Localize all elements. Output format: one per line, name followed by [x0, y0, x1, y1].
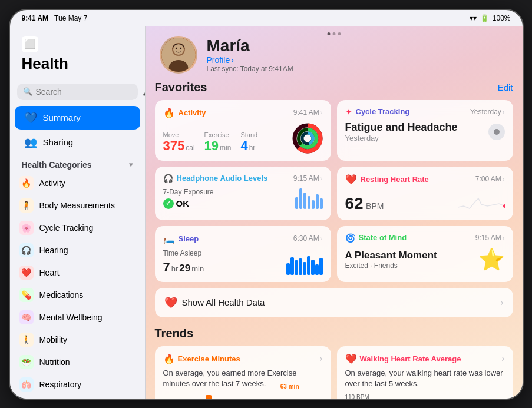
content-area: Favorites Edit 🔥 Activity 9:41 AM [146, 81, 523, 399]
hearing-icon: 🎧 [19, 243, 34, 257]
body-icon: 🧍 [19, 198, 34, 213]
top-label: 110 BPM [345, 394, 505, 399]
health-categories-header[interactable]: Health Categories ▾ [10, 155, 145, 172]
trend-title-group: 🔥 Exercise Minutes [163, 353, 240, 364]
card-title: Resting Heart Rate [361, 175, 429, 184]
card-title-row: 🔥 Activity [163, 107, 206, 118]
card-title-row: 🛏️ Sleep [163, 233, 199, 244]
sidebar-item-cycle[interactable]: 🌸 Cycle Tracking [10, 217, 145, 239]
ok-icon: ✓ [163, 198, 174, 209]
cycle-text: Fatigue and Headache Yesterday [345, 121, 458, 142]
svg-point-5 [180, 47, 181, 49]
sidebar-item-sleep[interactable]: 🛏️ Sleep [10, 396, 145, 399]
sleep-content: Time Asleep 7 hr 29 min [163, 249, 323, 275]
chevron-right-icon: › [320, 235, 323, 242]
avatar-image [161, 36, 196, 74]
edit-button[interactable]: Edit [498, 82, 513, 92]
card-title: Headphone Audio Levels [177, 174, 268, 183]
medications-icon: 💊 [19, 288, 34, 302]
mental-icon: 🧠 [19, 310, 34, 324]
sidebar-item-body[interactable]: 🧍 Body Measurements [10, 194, 145, 217]
min-suffix: min [191, 264, 204, 273]
show-all-card[interactable]: ❤️ Show All Health Data › [155, 288, 513, 317]
ipad-device: 9:41 AM Tue May 7 ▾▾ 🔋 100% ⬜ Health 🔍 🎤 [10, 10, 523, 399]
wifi-icon: ▾▾ [470, 14, 477, 22]
category-label: Hearing [39, 246, 68, 255]
sidebar-item-activity[interactable]: 🔥 Activity [10, 172, 145, 194]
trends-title: Trends [155, 327, 513, 340]
search-icon: 🔍 [23, 87, 32, 96]
cycle-indicator [488, 124, 505, 140]
mind-sub: Excited · Friends [345, 261, 437, 270]
chevron-right-icon: › [231, 55, 234, 65]
chevron-right-icon: › [320, 109, 323, 116]
chevron-down-icon: ▾ [129, 160, 133, 169]
exercise-chart: 63 min [163, 394, 323, 399]
trend-title: Walking Heart Rate Average [360, 354, 461, 363]
sidebar-item-hearing[interactable]: 🎧 Hearing [10, 239, 145, 261]
battery-percent: 100% [493, 14, 511, 22]
card-header: 🔥 Activity 9:41 AM › [163, 107, 323, 118]
svg-point-4 [176, 47, 177, 49]
search-input[interactable] [36, 87, 139, 97]
hr-suffix: hr [171, 264, 179, 273]
trend-title-group: ❤️ Walking Heart Rate Average [345, 353, 461, 364]
search-bar[interactable]: 🔍 🎤 [17, 84, 138, 100]
card-title: Sleep [179, 234, 199, 243]
stand-label: Stand [240, 131, 257, 138]
bar-highlight [206, 395, 212, 399]
heart-icon: ❤️ [164, 296, 177, 309]
sidebar-item-summary[interactable]: 💙 Summary [15, 106, 140, 130]
cycle-event: Fatigue and Headache [345, 121, 458, 134]
sidebar-item-medications[interactable]: 💊 Medications [10, 284, 145, 306]
heart-cat-icon: ❤️ [19, 266, 34, 280]
category-label: Medications [39, 290, 84, 300]
bar [299, 188, 302, 209]
dot [332, 32, 335, 35]
profile-link[interactable]: Profile › [207, 55, 293, 65]
sidebar-item-mobility[interactable]: 🚶 Mobility [10, 329, 145, 351]
sidebar: ⬜ Health 🔍 🎤 💙 Summary 👥 Sharing H [10, 26, 146, 399]
sleep-minutes: 29 [179, 263, 190, 274]
card-header: ✦ Cycle Tracking Yesterday › [345, 107, 505, 117]
dot [338, 32, 341, 35]
bar [308, 196, 310, 209]
mind-content: A Pleasant Moment Excited · Friends ⭐ [345, 247, 505, 272]
sidebar-item-mental[interactable]: 🧠 Mental Wellbeing [10, 306, 145, 329]
exposure-chart [295, 188, 323, 209]
headphone-card[interactable]: 🎧 Headphone Audio Levels 9:15 AM › 7-Day… [155, 167, 331, 220]
respiratory-icon: 🫁 [19, 377, 34, 392]
heart-rate-card[interactable]: ❤️ Resting Heart Rate 7:00 AM › 62 [337, 167, 513, 220]
chevron-right-icon: › [503, 108, 505, 115]
activity-stats: Move 375 cal Exercise 19 [163, 131, 258, 154]
headphone-content: 7-Day Exposure ✓ OK [163, 188, 323, 209]
card-title-row: ❤️ Resting Heart Rate [345, 174, 429, 185]
avatar[interactable] [160, 36, 197, 74]
trend-title: Exercise Minutes [178, 354, 240, 363]
card-time: 9:15 AM › [293, 174, 323, 183]
sleep-card[interactable]: 🛏️ Sleep 6:30 AM › Time Asleep [155, 226, 331, 282]
sidebar-item-respiratory[interactable]: 🫁 Respiratory [10, 373, 145, 396]
card-title: Activity [179, 108, 206, 117]
cycle-dot [494, 129, 500, 135]
exercise-stat: Exercise 19 min [204, 131, 232, 154]
state-of-mind-card[interactable]: 🌀 State of Mind 9:15 AM › A Pleasant Mom… [337, 226, 513, 282]
sidebar-item-sharing[interactable]: 👥 Sharing [15, 131, 140, 154]
activity-card[interactable]: 🔥 Activity 9:41 AM › Move [155, 100, 331, 161]
activity-ring [292, 123, 323, 154]
sidebar-item-nutrition[interactable]: 🥗 Nutrition [10, 351, 145, 373]
favorites-title: Favorites [155, 81, 207, 94]
bar [312, 200, 315, 209]
cycle-content: Fatigue and Headache Yesterday [345, 121, 505, 142]
sidebar-item-heart[interactable]: ❤️ Heart [10, 261, 145, 284]
stand-value: 4 [240, 138, 247, 154]
walking-hr-trend-card[interactable]: ❤️ Walking Heart Rate Average › On avera… [337, 346, 513, 399]
flame-icon: 🔥 [163, 107, 175, 118]
exercise-unit: min [220, 144, 231, 152]
chevron-right-icon: › [503, 175, 505, 183]
activity-icon: 🔥 [19, 176, 34, 190]
category-label: Mobility [39, 335, 67, 344]
cycle-tracking-card[interactable]: ✦ Cycle Tracking Yesterday › Fatigue and… [337, 100, 513, 161]
card-header: 🎧 Headphone Audio Levels 9:15 AM › [163, 174, 323, 183]
exercise-trend-card[interactable]: 🔥 Exercise Minutes › On average, you ear… [155, 346, 331, 399]
